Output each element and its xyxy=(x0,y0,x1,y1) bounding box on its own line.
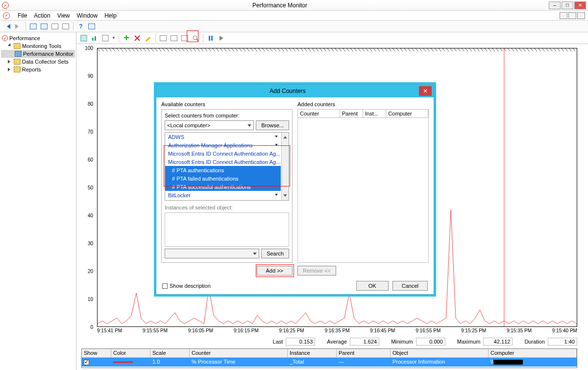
svg-rect-3 xyxy=(102,35,108,41)
instance-search-combo[interactable] xyxy=(165,249,259,258)
menu-view[interactable]: View xyxy=(57,12,70,19)
instances-label: Instances of selected object: xyxy=(165,205,289,210)
tree-item-label: Performance Monitor xyxy=(23,51,74,57)
toolbar-icon[interactable] xyxy=(50,22,59,31)
y-tick: 50 xyxy=(88,185,93,190)
menu-file[interactable]: File xyxy=(18,12,27,19)
delete-counter-button[interactable] xyxy=(133,34,142,43)
folder-icon xyxy=(14,43,21,49)
counter-list[interactable]: ADWSAuthorization Manager ApplicationsMi… xyxy=(165,132,289,201)
toolbar-icon[interactable] xyxy=(87,22,96,31)
counter-item[interactable]: # PTA failed authentications xyxy=(165,174,281,183)
menu-help[interactable]: Help xyxy=(104,12,117,19)
x-tick: 9:16:35 PM xyxy=(324,328,349,335)
mdi-restore-button[interactable] xyxy=(568,12,576,19)
separator xyxy=(73,22,74,31)
counter-item[interactable]: Microsoft Entra ID Connect Authenticatio… xyxy=(165,149,281,158)
col-header[interactable]: Parent xyxy=(340,110,363,117)
legend-computer: \\ xyxy=(489,358,577,367)
app-icon xyxy=(2,2,9,9)
back-button[interactable] xyxy=(3,22,12,31)
counter-item[interactable]: ADWS xyxy=(165,133,281,141)
close-button[interactable]: ✕ xyxy=(574,1,586,9)
counter-item[interactable]: # PTA authentications xyxy=(165,166,281,174)
tree-data-collector-sets[interactable]: Data Collector Sets xyxy=(1,58,75,66)
window-title: Performance Monitor xyxy=(12,2,548,9)
col-show[interactable]: Show xyxy=(82,349,111,357)
col-header[interactable]: Computer xyxy=(386,110,428,117)
col-color[interactable]: Color xyxy=(111,349,150,357)
paste-icon[interactable] xyxy=(170,34,178,43)
separator xyxy=(155,34,156,43)
freeze-icon[interactable] xyxy=(206,34,215,43)
browse-button[interactable]: Browse... xyxy=(256,120,289,130)
added-list[interactable] xyxy=(297,118,429,263)
add-button[interactable]: Add >> xyxy=(257,266,293,276)
properties-icon[interactable] xyxy=(180,34,189,43)
expander-icon[interactable] xyxy=(8,60,12,64)
col-computer[interactable]: Computer xyxy=(489,349,577,357)
remove-button[interactable]: Remove << xyxy=(297,266,336,276)
x-tick: 9:15:55 PM xyxy=(143,328,168,335)
col-header[interactable]: Inst... xyxy=(363,110,386,117)
computer-combo[interactable]: <Local computer> xyxy=(165,120,254,130)
mmc-toolbar: ? xyxy=(0,21,588,32)
toolbar-icon[interactable] xyxy=(40,22,49,31)
monitor-icon xyxy=(15,51,22,57)
col-header[interactable]: Counter xyxy=(298,110,340,117)
dialog-titlebar[interactable]: Add Counters ✕ xyxy=(156,85,434,97)
highlight-icon[interactable] xyxy=(144,34,152,43)
mdi-close-button[interactable] xyxy=(577,12,585,19)
show-description-checkbox[interactable] xyxy=(162,283,168,289)
counter-item[interactable]: Authorization Manager Applications xyxy=(165,141,281,149)
menu-action[interactable]: Action xyxy=(34,12,50,19)
stat-label: Minimum xyxy=(391,339,413,345)
separator xyxy=(203,34,203,43)
expander-icon[interactable] xyxy=(8,68,12,72)
zoom-icon[interactable] xyxy=(191,34,200,43)
col-object[interactable]: Object xyxy=(391,349,489,357)
console-tree[interactable]: Performance Monitoring Tools Performance… xyxy=(0,32,76,370)
counter-item[interactable]: Microsoft Entra ID Connect Authenticatio… xyxy=(165,158,281,166)
show-hide-tree-icon[interactable] xyxy=(29,22,38,31)
scrollbar[interactable] xyxy=(281,133,289,200)
view-line-icon[interactable] xyxy=(79,34,88,43)
tree-monitoring-tools[interactable]: Monitoring Tools xyxy=(1,42,75,50)
counter-item[interactable]: # PTA successful authentications xyxy=(165,183,281,191)
tree-performance-monitor[interactable]: Performance Monitor xyxy=(1,50,75,58)
add-counter-button[interactable] xyxy=(122,34,131,43)
help-icon[interactable]: ? xyxy=(76,22,85,31)
col-counter[interactable]: Counter xyxy=(190,349,288,357)
col-parent[interactable]: Parent xyxy=(337,349,391,357)
copy-icon[interactable] xyxy=(159,34,168,43)
cancel-button[interactable]: Cancel xyxy=(392,281,428,291)
col-scale[interactable]: Scale xyxy=(150,349,190,357)
y-tick: 20 xyxy=(88,269,93,274)
view-histogram-icon[interactable] xyxy=(90,34,99,43)
x-axis: 9:15:41 PM9:15:55 PM9:16:05 PM9:16:15 PM… xyxy=(97,328,577,335)
search-button[interactable]: Search xyxy=(261,249,289,258)
x-tick: 9:15:41 PM xyxy=(97,328,122,335)
mdi-minimize-button[interactable] xyxy=(560,12,567,19)
minimize-button[interactable]: – xyxy=(549,1,561,9)
col-instance[interactable]: Instance xyxy=(288,349,337,357)
view-report-icon[interactable] xyxy=(101,34,110,43)
show-checkbox[interactable] xyxy=(84,360,89,365)
svg-rect-0 xyxy=(81,35,87,41)
legend-row[interactable]: 1.0 % Processor Time _Total --- Processo… xyxy=(82,358,577,367)
stat-label: Average xyxy=(327,339,347,345)
toolbar-icon[interactable] xyxy=(61,22,70,31)
counter-legend[interactable]: Show Color Scale Counter Instance Parent… xyxy=(81,348,577,368)
maximize-button[interactable]: □ xyxy=(562,1,573,9)
dialog-close-button[interactable]: ✕ xyxy=(419,86,432,96)
y-tick: 0 xyxy=(90,324,93,330)
instances-list[interactable] xyxy=(165,212,289,247)
expander-icon[interactable] xyxy=(8,44,12,48)
tree-root-performance[interactable]: Performance xyxy=(1,34,75,42)
menu-window[interactable]: Window xyxy=(77,12,98,19)
counter-item[interactable]: BitLocker xyxy=(165,191,281,199)
ok-button[interactable]: OK xyxy=(356,281,389,291)
forward-button[interactable] xyxy=(14,22,23,31)
update-icon[interactable] xyxy=(217,34,226,43)
tree-reports[interactable]: Reports xyxy=(1,66,75,73)
